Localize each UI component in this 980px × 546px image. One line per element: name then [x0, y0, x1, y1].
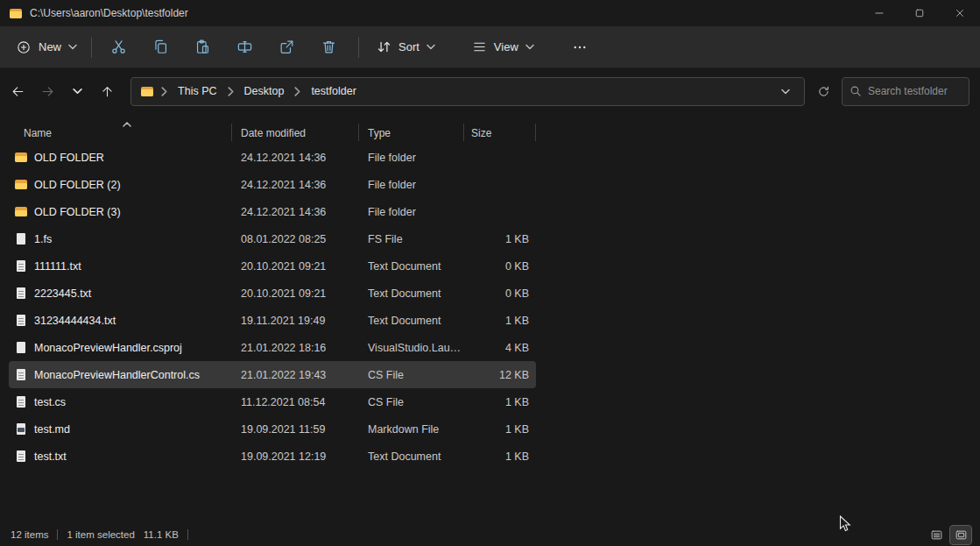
file-row[interactable]: 1.fs 08.01.2022 08:25 FS File 1 KB	[9, 225, 536, 252]
file-name: test.md	[34, 423, 70, 436]
column-header-name-label: Name	[24, 127, 52, 139]
file-row[interactable]: test.md 19.09.2021 11:59 Markdown File 1…	[9, 415, 536, 443]
file-name-cell: test.cs	[9, 395, 232, 409]
file-size: 0 KB	[464, 287, 536, 300]
file-size: 1 KB	[464, 450, 536, 463]
file-type: Text Document	[359, 315, 464, 327]
copy-button[interactable]	[143, 32, 178, 63]
paste-icon	[194, 39, 211, 55]
file-name-cell: 31234444434.txt	[9, 314, 232, 328]
selection-count: 1 item selected	[67, 529, 134, 540]
view-toggles	[926, 526, 971, 544]
file-row[interactable]: 2223445.txt 20.10.2021 09:21 Text Docume…	[9, 280, 536, 307]
address-dropdown-button[interactable]	[776, 82, 795, 101]
file-row[interactable]: 31234444434.txt 19.11.2021 19:49 Text Do…	[9, 307, 536, 334]
minimize-button[interactable]	[859, 0, 899, 26]
paste-button[interactable]	[185, 32, 220, 63]
file-row[interactable]: test.cs 11.12.2021 08:54 CS File 1 KB	[9, 388, 536, 415]
share-button[interactable]	[269, 32, 304, 63]
file-row[interactable]: OLD FOLDER 24.12.2021 14:36 File folder	[9, 144, 536, 171]
statusbar-divider	[57, 529, 58, 540]
maximize-button[interactable]	[899, 0, 940, 26]
file-date: 20.10.2021 09:21	[232, 260, 359, 273]
breadcrumb-item-testfolder[interactable]: testfolder	[307, 83, 359, 99]
file-name: OLD FOLDER (3)	[34, 206, 121, 218]
breadcrumb-item-desktop[interactable]: Desktop	[241, 83, 288, 99]
chevron-down-icon	[68, 44, 77, 50]
file-name: OLD FOLDER	[34, 152, 104, 164]
column-header-type[interactable]: Type	[359, 127, 464, 139]
column-header-date-modified[interactable]: Date modified	[232, 127, 359, 139]
chevron-down-icon	[525, 44, 534, 50]
recent-locations-button[interactable]	[65, 78, 91, 104]
file-type: File folder	[359, 179, 464, 191]
column-header-name[interactable]: Name	[9, 127, 232, 139]
file-icon	[14, 205, 28, 219]
file-name-cell: OLD FOLDER	[9, 151, 232, 165]
file-row[interactable]: OLD FOLDER (2) 24.12.2021 14:36 File fol…	[9, 171, 536, 198]
window-controls	[859, 0, 980, 26]
file-icon	[14, 422, 28, 436]
large-icons-view-button[interactable]	[950, 526, 971, 544]
file-icon	[14, 395, 28, 409]
file-size: 1 KB	[464, 423, 536, 436]
up-button[interactable]	[94, 78, 120, 104]
close-button[interactable]	[940, 0, 980, 26]
forward-button[interactable]	[35, 78, 61, 104]
new-button[interactable]: New	[7, 32, 86, 63]
selection-size: 11.1 KB	[144, 529, 179, 540]
delete-icon	[321, 39, 337, 55]
file-date: 20.10.2021 09:21	[232, 287, 359, 300]
back-button[interactable]	[5, 78, 32, 104]
file-row[interactable]: 111111.txt 20.10.2021 09:21 Text Documen…	[9, 252, 536, 280]
chevron-right-icon	[228, 87, 234, 96]
file-row[interactable]: OLD FOLDER (3) 24.12.2021 14:36 File fol…	[9, 198, 536, 225]
copy-icon	[152, 39, 169, 55]
file-icon	[14, 341, 28, 355]
file-type: VisualStudio.Laun...	[359, 342, 464, 354]
delete-button[interactable]	[311, 32, 346, 63]
navigation-bar: This PC Desktop testfolder	[0, 68, 980, 114]
column-header-size-label: Size	[471, 127, 491, 139]
file-type: Text Document	[359, 450, 464, 463]
minimize-icon	[874, 8, 885, 18]
file-name-cell: OLD FOLDER (2)	[9, 178, 232, 192]
sort-button[interactable]: Sort	[368, 32, 444, 63]
plus-circle-icon	[16, 39, 32, 55]
address-bar[interactable]: This PC Desktop testfolder	[130, 77, 805, 106]
file-type: Markdown File	[359, 423, 464, 436]
file-row[interactable]: test.txt 19.09.2021 12:19 Text Document …	[9, 443, 536, 470]
cut-button[interactable]	[101, 32, 136, 63]
file-icon	[14, 259, 28, 273]
file-type: CS File	[359, 369, 464, 381]
breadcrumb-item-this-pc[interactable]: This PC	[174, 83, 220, 99]
column-header-size[interactable]: Size	[464, 127, 536, 139]
file-name: OLD FOLDER (2)	[34, 179, 121, 191]
chevron-right-icon	[161, 87, 167, 96]
view-button-label: View	[494, 40, 518, 53]
file-date: 19.09.2021 11:59	[232, 423, 359, 436]
refresh-button[interactable]	[810, 78, 836, 104]
column-divider[interactable]	[535, 124, 536, 141]
status-bar: 12 items 1 item selected 11.1 KB	[0, 523, 980, 546]
file-row[interactable]: MonacoPreviewHandler.csproj 21.01.2022 1…	[9, 334, 536, 361]
chevron-right-icon	[294, 87, 300, 96]
view-button[interactable]: View	[463, 32, 543, 63]
file-name: 111111.txt	[34, 260, 81, 273]
file-name-cell: test.md	[9, 422, 232, 436]
more-button[interactable]	[562, 32, 597, 63]
rename-button[interactable]	[227, 32, 262, 63]
more-icon	[572, 39, 588, 55]
search-icon	[850, 85, 862, 97]
window-folder-icon	[9, 6, 23, 20]
maximize-icon	[914, 8, 925, 18]
search-input[interactable]	[868, 85, 962, 97]
file-date: 24.12.2021 14:36	[232, 206, 359, 218]
back-arrow-icon	[11, 84, 25, 99]
file-type: File folder	[359, 152, 464, 164]
search-box	[842, 77, 969, 106]
cut-icon	[110, 39, 127, 55]
file-type: Text Document	[359, 287, 464, 300]
file-row[interactable]: MonacoPreviewHandlerControl.cs 21.01.202…	[9, 361, 536, 388]
details-view-button[interactable]	[926, 526, 947, 544]
